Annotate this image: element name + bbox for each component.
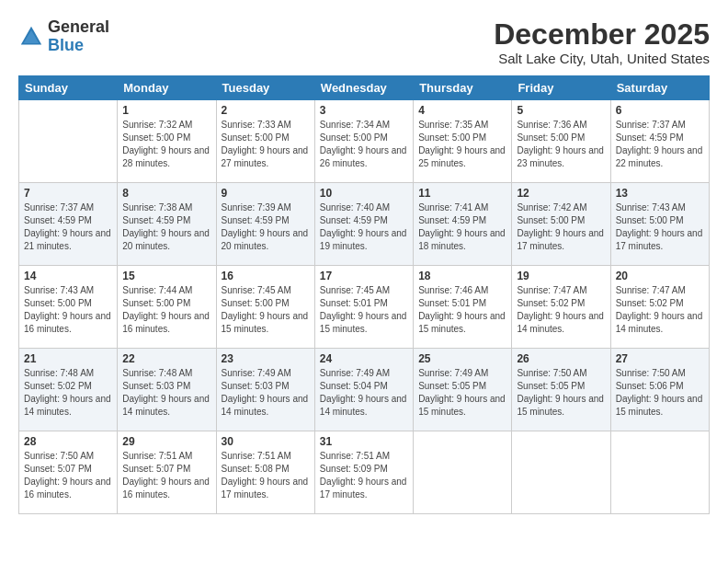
- cell-2-6: 20Sunrise: 7:47 AM Sunset: 5:02 PM Dayli…: [610, 266, 709, 349]
- cell-0-6: 6Sunrise: 7:37 AM Sunset: 4:59 PM Daylig…: [610, 100, 709, 183]
- day-num-3-5: 26: [517, 352, 605, 365]
- col-thursday: Thursday: [414, 76, 512, 100]
- col-saturday: Saturday: [610, 76, 709, 100]
- day-info-1-4: Sunrise: 7:41 AM Sunset: 4:59 PM Dayligh…: [418, 201, 506, 253]
- day-num-3-1: 22: [122, 352, 210, 365]
- day-info-1-5: Sunrise: 7:42 AM Sunset: 5:00 PM Dayligh…: [517, 201, 605, 253]
- day-info-4-2: Sunrise: 7:51 AM Sunset: 5:08 PM Dayligh…: [222, 450, 310, 501]
- day-info-1-3: Sunrise: 7:40 AM Sunset: 4:59 PM Dayligh…: [320, 201, 408, 253]
- cell-0-3: 3Sunrise: 7:34 AM Sunset: 5:00 PM Daylig…: [314, 100, 413, 183]
- week-row-3: 21Sunrise: 7:48 AM Sunset: 5:02 PM Dayli…: [19, 349, 710, 431]
- day-num-2-0: 14: [24, 270, 112, 282]
- day-num-2-1: 15: [122, 270, 210, 282]
- col-wednesday: Wednesday: [314, 76, 413, 100]
- cell-1-4: 11Sunrise: 7:41 AM Sunset: 4:59 PM Dayli…: [414, 183, 512, 266]
- cell-4-6: [610, 431, 709, 514]
- day-num-4-0: 28: [24, 435, 112, 448]
- cell-3-6: 27Sunrise: 7:50 AM Sunset: 5:06 PM Dayli…: [610, 349, 709, 431]
- day-info-4-1: Sunrise: 7:51 AM Sunset: 5:07 PM Dayligh…: [122, 450, 210, 501]
- cell-2-2: 16Sunrise: 7:45 AM Sunset: 5:00 PM Dayli…: [216, 266, 314, 349]
- day-num-0-1: 1: [122, 104, 210, 117]
- logo-general-text: General: [48, 18, 109, 37]
- day-num-3-0: 21: [24, 352, 112, 365]
- cell-0-5: 5Sunrise: 7:36 AM Sunset: 5:00 PM Daylig…: [512, 100, 610, 183]
- cell-3-5: 26Sunrise: 7:50 AM Sunset: 5:05 PM Dayli…: [512, 349, 610, 431]
- day-info-1-2: Sunrise: 7:39 AM Sunset: 4:59 PM Dayligh…: [222, 201, 310, 253]
- day-num-2-2: 16: [222, 270, 310, 282]
- day-info-1-6: Sunrise: 7:43 AM Sunset: 5:00 PM Dayligh…: [616, 201, 704, 253]
- day-num-0-5: 5: [517, 104, 605, 117]
- day-info-4-0: Sunrise: 7:50 AM Sunset: 5:07 PM Dayligh…: [24, 450, 112, 501]
- day-num-1-4: 11: [418, 187, 506, 200]
- logo-blue-text: Blue: [48, 37, 109, 55]
- header: General Blue December 2025 Salt Lake Cit…: [18, 18, 710, 66]
- calendar-table: Sunday Monday Tuesday Wednesday Thursday…: [18, 75, 710, 514]
- calendar-header-row: Sunday Monday Tuesday Wednesday Thursday…: [19, 76, 710, 100]
- cell-0-4: 4Sunrise: 7:35 AM Sunset: 5:00 PM Daylig…: [414, 100, 512, 183]
- week-row-1: 7Sunrise: 7:37 AM Sunset: 4:59 PM Daylig…: [19, 183, 710, 266]
- cell-3-0: 21Sunrise: 7:48 AM Sunset: 5:02 PM Dayli…: [19, 349, 118, 431]
- cell-4-5: [512, 431, 610, 514]
- col-tuesday: Tuesday: [216, 76, 314, 100]
- day-num-0-3: 3: [320, 104, 408, 117]
- cell-4-2: 30Sunrise: 7:51 AM Sunset: 5:08 PM Dayli…: [216, 431, 314, 514]
- day-info-2-1: Sunrise: 7:44 AM Sunset: 5:00 PM Dayligh…: [122, 284, 210, 336]
- day-num-4-1: 29: [122, 435, 210, 448]
- day-num-2-3: 17: [320, 270, 408, 282]
- cell-3-1: 22Sunrise: 7:48 AM Sunset: 5:03 PM Dayli…: [118, 349, 216, 431]
- day-num-1-2: 9: [222, 187, 310, 200]
- col-friday: Friday: [512, 76, 610, 100]
- cell-0-0: [19, 100, 118, 183]
- day-info-0-1: Sunrise: 7:32 AM Sunset: 5:00 PM Dayligh…: [122, 119, 210, 170]
- day-info-1-0: Sunrise: 7:37 AM Sunset: 4:59 PM Dayligh…: [24, 201, 112, 253]
- day-info-3-1: Sunrise: 7:48 AM Sunset: 5:03 PM Dayligh…: [122, 367, 210, 419]
- week-row-0: 1Sunrise: 7:32 AM Sunset: 5:00 PM Daylig…: [19, 100, 710, 183]
- day-info-0-2: Sunrise: 7:33 AM Sunset: 5:00 PM Dayligh…: [222, 119, 310, 170]
- day-info-1-1: Sunrise: 7:38 AM Sunset: 4:59 PM Dayligh…: [122, 201, 210, 253]
- day-num-1-0: 7: [24, 187, 112, 200]
- day-num-3-3: 24: [320, 352, 408, 365]
- day-info-2-5: Sunrise: 7:47 AM Sunset: 5:02 PM Dayligh…: [517, 284, 605, 336]
- cell-1-1: 8Sunrise: 7:38 AM Sunset: 4:59 PM Daylig…: [118, 183, 216, 266]
- page: General Blue December 2025 Salt Lake Cit…: [0, 0, 728, 523]
- day-num-3-4: 25: [418, 352, 506, 365]
- day-info-2-0: Sunrise: 7:43 AM Sunset: 5:00 PM Dayligh…: [24, 284, 112, 336]
- day-info-3-4: Sunrise: 7:49 AM Sunset: 5:05 PM Dayligh…: [418, 367, 506, 419]
- cell-1-2: 9Sunrise: 7:39 AM Sunset: 4:59 PM Daylig…: [216, 183, 314, 266]
- day-num-3-6: 27: [616, 352, 704, 365]
- cell-1-3: 10Sunrise: 7:40 AM Sunset: 4:59 PM Dayli…: [314, 183, 413, 266]
- logo: General Blue: [18, 18, 109, 55]
- cell-2-3: 17Sunrise: 7:45 AM Sunset: 5:01 PM Dayli…: [314, 266, 413, 349]
- day-info-4-3: Sunrise: 7:51 AM Sunset: 5:09 PM Dayligh…: [320, 450, 408, 501]
- cell-4-0: 28Sunrise: 7:50 AM Sunset: 5:07 PM Dayli…: [19, 431, 118, 514]
- day-num-0-6: 6: [616, 104, 704, 117]
- day-info-0-6: Sunrise: 7:37 AM Sunset: 4:59 PM Dayligh…: [616, 119, 704, 170]
- cell-3-3: 24Sunrise: 7:49 AM Sunset: 5:04 PM Dayli…: [314, 349, 413, 431]
- cell-2-1: 15Sunrise: 7:44 AM Sunset: 5:00 PM Dayli…: [118, 266, 216, 349]
- day-info-0-5: Sunrise: 7:36 AM Sunset: 5:00 PM Dayligh…: [517, 119, 605, 170]
- day-info-3-3: Sunrise: 7:49 AM Sunset: 5:04 PM Dayligh…: [320, 367, 408, 419]
- col-sunday: Sunday: [19, 76, 118, 100]
- day-info-0-4: Sunrise: 7:35 AM Sunset: 5:00 PM Dayligh…: [418, 119, 506, 170]
- logo-icon: [18, 24, 44, 50]
- day-num-4-3: 31: [320, 435, 408, 448]
- col-monday: Monday: [118, 76, 216, 100]
- cell-2-4: 18Sunrise: 7:46 AM Sunset: 5:01 PM Dayli…: [414, 266, 512, 349]
- cell-1-0: 7Sunrise: 7:37 AM Sunset: 4:59 PM Daylig…: [19, 183, 118, 266]
- cell-0-1: 1Sunrise: 7:32 AM Sunset: 5:00 PM Daylig…: [118, 100, 216, 183]
- cell-4-4: [414, 431, 512, 514]
- subtitle: Salt Lake City, Utah, United States: [494, 51, 710, 66]
- day-num-1-3: 10: [320, 187, 408, 200]
- day-num-0-4: 4: [418, 104, 506, 117]
- day-info-2-4: Sunrise: 7:46 AM Sunset: 5:01 PM Dayligh…: [418, 284, 506, 336]
- day-num-3-2: 23: [222, 352, 310, 365]
- day-info-3-6: Sunrise: 7:50 AM Sunset: 5:06 PM Dayligh…: [616, 367, 704, 419]
- day-info-0-3: Sunrise: 7:34 AM Sunset: 5:00 PM Dayligh…: [320, 119, 408, 170]
- day-num-1-1: 8: [122, 187, 210, 200]
- logo-text: General Blue: [48, 18, 109, 55]
- day-num-0-2: 2: [222, 104, 310, 117]
- day-info-2-2: Sunrise: 7:45 AM Sunset: 5:00 PM Dayligh…: [222, 284, 310, 336]
- cell-2-0: 14Sunrise: 7:43 AM Sunset: 5:00 PM Dayli…: [19, 266, 118, 349]
- day-info-3-5: Sunrise: 7:50 AM Sunset: 5:05 PM Dayligh…: [517, 367, 605, 419]
- day-num-2-4: 18: [418, 270, 506, 282]
